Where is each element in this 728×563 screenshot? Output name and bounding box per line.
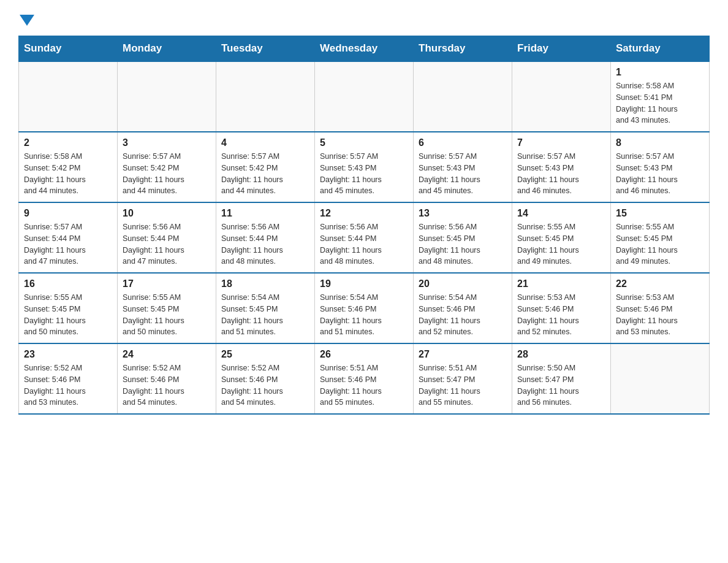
day-info: Sunrise: 5:58 AM Sunset: 5:41 PM Dayligh…: [616, 80, 704, 126]
day-info: Sunrise: 5:54 AM Sunset: 5:46 PM Dayligh…: [419, 292, 507, 338]
day-number: 15: [616, 208, 704, 219]
calendar-cell: [414, 61, 512, 132]
day-number: 7: [517, 137, 605, 148]
calendar-cell: [216, 61, 315, 132]
day-info: Sunrise: 5:57 AM Sunset: 5:43 PM Dayligh…: [517, 151, 605, 197]
day-number: 16: [24, 278, 112, 289]
calendar-cell: 1Sunrise: 5:58 AM Sunset: 5:41 PM Daylig…: [611, 61, 710, 132]
logo: [18, 12, 34, 23]
calendar-cell: 10Sunrise: 5:56 AM Sunset: 5:44 PM Dayli…: [118, 202, 216, 273]
day-number: 21: [517, 278, 605, 289]
calendar-cell: 18Sunrise: 5:54 AM Sunset: 5:45 PM Dayli…: [216, 273, 315, 343]
day-info: Sunrise: 5:57 AM Sunset: 5:43 PM Dayligh…: [616, 151, 704, 197]
day-info: Sunrise: 5:53 AM Sunset: 5:46 PM Dayligh…: [517, 292, 605, 338]
day-info: Sunrise: 5:57 AM Sunset: 5:43 PM Dayligh…: [320, 151, 408, 197]
day-number: 26: [320, 349, 408, 360]
calendar-week-row: 16Sunrise: 5:55 AM Sunset: 5:45 PM Dayli…: [19, 273, 710, 343]
day-number: 10: [123, 208, 211, 219]
calendar-cell: 6Sunrise: 5:57 AM Sunset: 5:43 PM Daylig…: [414, 132, 512, 202]
calendar-cell: 22Sunrise: 5:53 AM Sunset: 5:46 PM Dayli…: [611, 273, 710, 343]
calendar-cell: [315, 61, 414, 132]
calendar-header-saturday: Saturday: [611, 36, 710, 62]
calendar-cell: 28Sunrise: 5:50 AM Sunset: 5:47 PM Dayli…: [512, 343, 611, 414]
day-info: Sunrise: 5:55 AM Sunset: 5:45 PM Dayligh…: [616, 221, 704, 267]
calendar-cell: 17Sunrise: 5:55 AM Sunset: 5:45 PM Dayli…: [118, 273, 216, 343]
calendar-header-friday: Friday: [512, 36, 611, 62]
calendar-header-tuesday: Tuesday: [216, 36, 315, 62]
calendar-cell: 27Sunrise: 5:51 AM Sunset: 5:47 PM Dayli…: [414, 343, 512, 414]
day-number: 22: [616, 278, 704, 289]
day-number: 8: [616, 137, 704, 148]
day-number: 18: [221, 278, 309, 289]
calendar-cell: 4Sunrise: 5:57 AM Sunset: 5:42 PM Daylig…: [216, 132, 315, 202]
day-number: 19: [320, 278, 408, 289]
day-info: Sunrise: 5:57 AM Sunset: 5:42 PM Dayligh…: [221, 151, 309, 197]
day-number: 27: [419, 349, 507, 360]
calendar-cell: 14Sunrise: 5:55 AM Sunset: 5:45 PM Dayli…: [512, 202, 611, 273]
calendar-cell: 9Sunrise: 5:57 AM Sunset: 5:44 PM Daylig…: [19, 202, 118, 273]
day-info: Sunrise: 5:57 AM Sunset: 5:42 PM Dayligh…: [123, 151, 211, 197]
day-number: 25: [221, 349, 309, 360]
calendar-cell: 2Sunrise: 5:58 AM Sunset: 5:42 PM Daylig…: [19, 132, 118, 202]
calendar-table: SundayMondayTuesdayWednesdayThursdayFrid…: [18, 36, 710, 415]
day-info: Sunrise: 5:52 AM Sunset: 5:46 PM Dayligh…: [221, 362, 309, 408]
calendar-cell: 7Sunrise: 5:57 AM Sunset: 5:43 PM Daylig…: [512, 132, 611, 202]
calendar-header-monday: Monday: [118, 36, 216, 62]
day-info: Sunrise: 5:55 AM Sunset: 5:45 PM Dayligh…: [517, 221, 605, 267]
calendar-cell: 19Sunrise: 5:54 AM Sunset: 5:46 PM Dayli…: [315, 273, 414, 343]
calendar-cell: 21Sunrise: 5:53 AM Sunset: 5:46 PM Dayli…: [512, 273, 611, 343]
day-info: Sunrise: 5:55 AM Sunset: 5:45 PM Dayligh…: [24, 292, 112, 338]
calendar-cell: 16Sunrise: 5:55 AM Sunset: 5:45 PM Dayli…: [19, 273, 118, 343]
calendar-cell: [512, 61, 611, 132]
day-info: Sunrise: 5:54 AM Sunset: 5:46 PM Dayligh…: [320, 292, 408, 338]
day-info: Sunrise: 5:58 AM Sunset: 5:42 PM Dayligh…: [24, 151, 112, 197]
day-number: 12: [320, 208, 408, 219]
day-number: 24: [123, 349, 211, 360]
calendar-cell: 20Sunrise: 5:54 AM Sunset: 5:46 PM Dayli…: [414, 273, 512, 343]
logo-arrow-icon: [20, 15, 34, 26]
calendar-header-thursday: Thursday: [414, 36, 512, 62]
day-info: Sunrise: 5:56 AM Sunset: 5:44 PM Dayligh…: [320, 221, 408, 267]
day-info: Sunrise: 5:56 AM Sunset: 5:45 PM Dayligh…: [419, 221, 507, 267]
calendar-week-row: 2Sunrise: 5:58 AM Sunset: 5:42 PM Daylig…: [19, 132, 710, 202]
day-number: 3: [123, 137, 211, 148]
calendar-cell: [611, 343, 710, 414]
day-info: Sunrise: 5:55 AM Sunset: 5:45 PM Dayligh…: [123, 292, 211, 338]
day-number: 20: [419, 278, 507, 289]
calendar-header-wednesday: Wednesday: [315, 36, 414, 62]
day-number: 1: [616, 67, 704, 78]
day-number: 4: [221, 137, 309, 148]
calendar-cell: 23Sunrise: 5:52 AM Sunset: 5:46 PM Dayli…: [19, 343, 118, 414]
day-info: Sunrise: 5:57 AM Sunset: 5:43 PM Dayligh…: [419, 151, 507, 197]
day-info: Sunrise: 5:50 AM Sunset: 5:47 PM Dayligh…: [517, 362, 605, 408]
calendar-cell: 26Sunrise: 5:51 AM Sunset: 5:46 PM Dayli…: [315, 343, 414, 414]
day-number: 28: [517, 349, 605, 360]
calendar-cell: [118, 61, 216, 132]
calendar-cell: 25Sunrise: 5:52 AM Sunset: 5:46 PM Dayli…: [216, 343, 315, 414]
calendar-cell: 5Sunrise: 5:57 AM Sunset: 5:43 PM Daylig…: [315, 132, 414, 202]
day-number: 2: [24, 137, 112, 148]
day-info: Sunrise: 5:56 AM Sunset: 5:44 PM Dayligh…: [123, 221, 211, 267]
day-info: Sunrise: 5:52 AM Sunset: 5:46 PM Dayligh…: [24, 362, 112, 408]
day-info: Sunrise: 5:51 AM Sunset: 5:47 PM Dayligh…: [419, 362, 507, 408]
day-info: Sunrise: 5:56 AM Sunset: 5:44 PM Dayligh…: [221, 221, 309, 267]
day-info: Sunrise: 5:57 AM Sunset: 5:44 PM Dayligh…: [24, 221, 112, 267]
calendar-header-row: SundayMondayTuesdayWednesdayThursdayFrid…: [19, 36, 710, 62]
calendar-cell: 11Sunrise: 5:56 AM Sunset: 5:44 PM Dayli…: [216, 202, 315, 273]
day-number: 11: [221, 208, 309, 219]
calendar-cell: [19, 61, 118, 132]
day-number: 9: [24, 208, 112, 219]
day-number: 23: [24, 349, 112, 360]
day-number: 5: [320, 137, 408, 148]
day-info: Sunrise: 5:52 AM Sunset: 5:46 PM Dayligh…: [123, 362, 211, 408]
calendar-cell: 3Sunrise: 5:57 AM Sunset: 5:42 PM Daylig…: [118, 132, 216, 202]
calendar-week-row: 9Sunrise: 5:57 AM Sunset: 5:44 PM Daylig…: [19, 202, 710, 273]
calendar-cell: 12Sunrise: 5:56 AM Sunset: 5:44 PM Dayli…: [315, 202, 414, 273]
calendar-cell: 8Sunrise: 5:57 AM Sunset: 5:43 PM Daylig…: [611, 132, 710, 202]
day-info: Sunrise: 5:54 AM Sunset: 5:45 PM Dayligh…: [221, 292, 309, 338]
day-number: 13: [419, 208, 507, 219]
calendar-week-row: 23Sunrise: 5:52 AM Sunset: 5:46 PM Dayli…: [19, 343, 710, 414]
logo-general-text: [18, 12, 34, 26]
calendar-header-sunday: Sunday: [19, 36, 118, 62]
day-number: 6: [419, 137, 507, 148]
